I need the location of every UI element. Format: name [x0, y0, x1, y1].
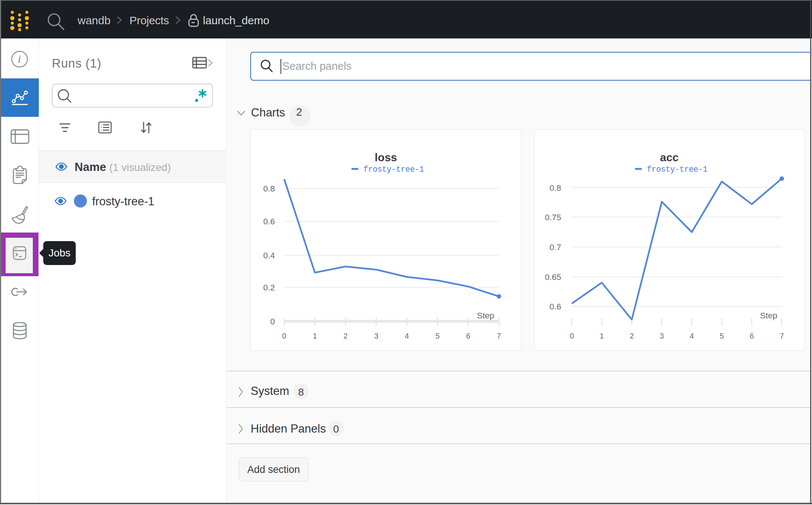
svg-text:6: 6 [750, 332, 754, 340]
svg-text:2: 2 [344, 332, 348, 340]
svg-text:0: 0 [282, 332, 286, 340]
svg-text:0.6: 0.6 [549, 302, 561, 311]
svg-text:3: 3 [374, 332, 378, 340]
svg-text:6: 6 [466, 332, 470, 340]
svg-text:4: 4 [690, 332, 694, 340]
svg-text:0.6: 0.6 [263, 217, 275, 226]
svg-text:i: i [18, 53, 21, 65]
svg-text:1: 1 [313, 332, 317, 340]
svg-text:0.7: 0.7 [549, 243, 561, 252]
svg-text:5: 5 [436, 332, 440, 340]
svg-text:0: 0 [270, 317, 275, 326]
svg-text:Step: Step [477, 311, 494, 320]
svg-text:0.75: 0.75 [545, 213, 561, 222]
svg-text:7: 7 [497, 332, 501, 340]
svg-text:Step: Step [760, 311, 777, 320]
svg-text:7: 7 [780, 332, 784, 340]
svg-text:0.2: 0.2 [263, 283, 275, 292]
svg-text:2: 2 [630, 332, 634, 340]
svg-text:5: 5 [720, 332, 724, 340]
svg-text:1: 1 [600, 332, 604, 340]
svg-text:0.8: 0.8 [263, 184, 275, 193]
svg-text:3: 3 [660, 332, 664, 340]
svg-text:0.65: 0.65 [545, 272, 561, 282]
svg-text:0.4: 0.4 [263, 251, 275, 260]
svg-text:0.8: 0.8 [549, 183, 561, 193]
svg-text:4: 4 [405, 332, 409, 340]
svg-text:0: 0 [570, 332, 574, 340]
